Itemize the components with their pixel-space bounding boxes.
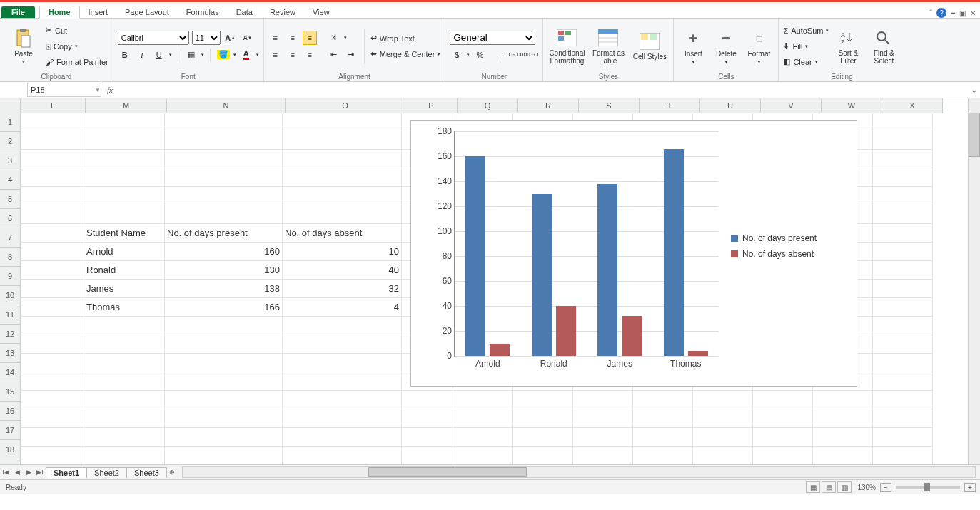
sheet-tab-sheet3[interactable]: Sheet3 <box>126 467 167 478</box>
find-select-button[interactable]: Find & Select <box>867 23 900 70</box>
col-header-P[interactable]: P <box>405 98 458 113</box>
cell-Q17[interactable] <box>453 409 513 428</box>
cell-O8[interactable]: 10 <box>283 243 402 261</box>
row-header-12[interactable]: 12 <box>0 325 21 344</box>
cell-X13[interactable] <box>873 335 933 354</box>
cell-L7[interactable] <box>20 224 84 243</box>
row-header-15[interactable]: 15 <box>0 382 21 402</box>
font-color-button[interactable]: A <box>239 48 253 62</box>
cell-O9[interactable]: 40 <box>283 261 402 280</box>
cell-M3[interactable] <box>84 150 165 168</box>
row-header-11[interactable]: 11 <box>0 305 21 325</box>
cell-M17[interactable] <box>84 409 165 428</box>
cell-U18[interactable] <box>693 428 753 447</box>
row-header-4[interactable]: 4 <box>0 170 21 190</box>
row-header-14[interactable]: 14 <box>0 363 21 382</box>
cell-O12[interactable] <box>283 317 402 335</box>
view-normal-button[interactable]: ▦ <box>806 481 820 493</box>
cell-Q16[interactable] <box>453 391 513 409</box>
cell-X2[interactable] <box>873 131 933 150</box>
cell-O16[interactable] <box>283 391 402 409</box>
cell-M7[interactable]: Student Name <box>84 224 165 243</box>
cell-S17[interactable] <box>573 409 633 428</box>
cell-W19[interactable] <box>813 447 873 464</box>
horizontal-scrollbar[interactable] <box>182 466 976 478</box>
tab-page-layout[interactable]: Page Layout <box>116 6 178 18</box>
zoom-slider[interactable] <box>896 486 960 489</box>
tab-insert[interactable]: Insert <box>80 6 117 18</box>
cell-O6[interactable] <box>283 205 402 224</box>
fill-color-button[interactable]: 🪣 <box>216 48 231 62</box>
cell-N17[interactable] <box>165 409 283 428</box>
cell-N4[interactable] <box>165 168 283 187</box>
border-button[interactable]: ▦ <box>184 48 198 62</box>
cell-M14[interactable] <box>84 354 165 372</box>
col-header-X[interactable]: X <box>882 98 943 113</box>
orientation-button[interactable]: ⤮ <box>327 31 341 45</box>
comma-button[interactable]: , <box>490 48 504 62</box>
paste-button[interactable]: Paste ▼ <box>4 23 43 70</box>
vertical-scrollbar[interactable] <box>968 98 980 464</box>
cell-L2[interactable] <box>20 131 84 150</box>
cell-N16[interactable] <box>165 391 283 409</box>
cell-N14[interactable] <box>165 354 283 372</box>
cell-N13[interactable] <box>165 335 283 354</box>
font-size-select[interactable]: 11 <box>192 31 221 45</box>
sheet-nav-last[interactable]: ▶I <box>34 469 46 476</box>
increase-decimal-button[interactable]: .0→.00 <box>507 48 521 62</box>
tab-home[interactable]: Home <box>39 6 80 19</box>
autosum-button[interactable]: ΣAutoSum▾ <box>783 24 829 38</box>
format-as-table-button[interactable]: Format as Table <box>589 23 627 70</box>
col-header-W[interactable]: W <box>822 98 882 113</box>
cell-M6[interactable] <box>84 205 165 224</box>
tab-review[interactable]: Review <box>261 6 304 18</box>
col-header-V[interactable]: V <box>761 98 822 113</box>
cell-P19[interactable] <box>402 447 453 464</box>
col-header-N[interactable]: N <box>167 98 286 113</box>
delete-cells-button[interactable]: ➖Delete▼ <box>711 23 741 70</box>
align-left-button[interactable]: ≡ <box>268 48 283 62</box>
cell-N15[interactable] <box>165 372 283 391</box>
row-header-18[interactable]: 18 <box>0 440 21 459</box>
row-header-6[interactable]: 6 <box>0 209 21 228</box>
cell-L16[interactable] <box>20 391 84 409</box>
cell-L3[interactable] <box>20 150 84 168</box>
restore-icon[interactable]: ▣ <box>959 9 966 17</box>
cell-X5[interactable] <box>873 187 933 205</box>
cell-L10[interactable] <box>20 280 84 298</box>
row-header-2[interactable]: 2 <box>0 132 21 151</box>
cell-X17[interactable] <box>873 409 933 428</box>
row-header-19[interactable]: 19 <box>0 459 21 464</box>
sheet-nav-next[interactable]: ▶ <box>23 469 34 476</box>
sheet-tab-sheet1[interactable]: Sheet1 <box>46 467 87 478</box>
italic-button[interactable]: I <box>135 48 149 62</box>
clear-button[interactable]: ◧Clear▾ <box>783 55 829 69</box>
cell-L13[interactable] <box>20 335 84 354</box>
cell-L1[interactable] <box>20 113 84 131</box>
cell-V18[interactable] <box>753 428 813 447</box>
decrease-font-icon[interactable]: A▼ <box>241 31 255 45</box>
col-header-Q[interactable]: Q <box>458 98 518 113</box>
cell-O14[interactable] <box>283 354 402 372</box>
cell-X12[interactable] <box>873 317 933 335</box>
cell-O10[interactable]: 32 <box>283 280 402 298</box>
col-header-S[interactable]: S <box>579 98 640 113</box>
cell-N10[interactable]: 138 <box>165 280 283 298</box>
cell-O18[interactable] <box>283 428 402 447</box>
row-header-13[interactable]: 13 <box>0 344 21 363</box>
cell-X16[interactable] <box>873 391 933 409</box>
cell-N12[interactable] <box>165 317 283 335</box>
cell-R17[interactable] <box>513 409 573 428</box>
formula-input[interactable] <box>118 83 967 97</box>
cell-M4[interactable] <box>84 168 165 187</box>
cell-M16[interactable] <box>84 391 165 409</box>
cell-N18[interactable] <box>165 428 283 447</box>
cell-T18[interactable] <box>633 428 693 447</box>
cell-N11[interactable]: 166 <box>165 298 283 317</box>
cell-O11[interactable]: 4 <box>283 298 402 317</box>
row-header-16[interactable]: 16 <box>0 402 21 421</box>
cell-L19[interactable] <box>20 447 84 464</box>
cell-M2[interactable] <box>84 131 165 150</box>
select-all-corner[interactable] <box>0 98 21 113</box>
view-page-break-button[interactable]: ▥ <box>837 481 852 493</box>
